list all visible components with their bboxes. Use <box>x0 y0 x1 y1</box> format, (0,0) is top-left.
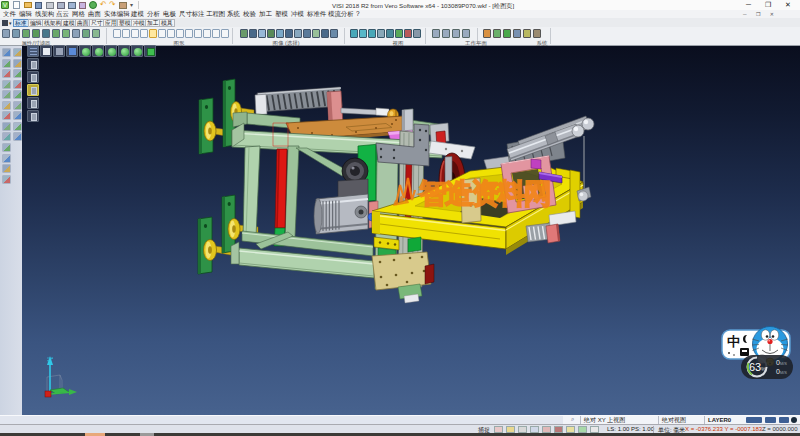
svg-text:中: 中 <box>727 334 740 349</box>
svg-text:%: % <box>761 366 766 372</box>
svg-text:智造资料网: 智造资料网 <box>418 178 550 209</box>
svg-text:63: 63 <box>749 361 761 373</box>
svg-text:0M/S: 0M/S <box>776 368 787 375</box>
svg-text:0M/S: 0M/S <box>776 359 787 366</box>
